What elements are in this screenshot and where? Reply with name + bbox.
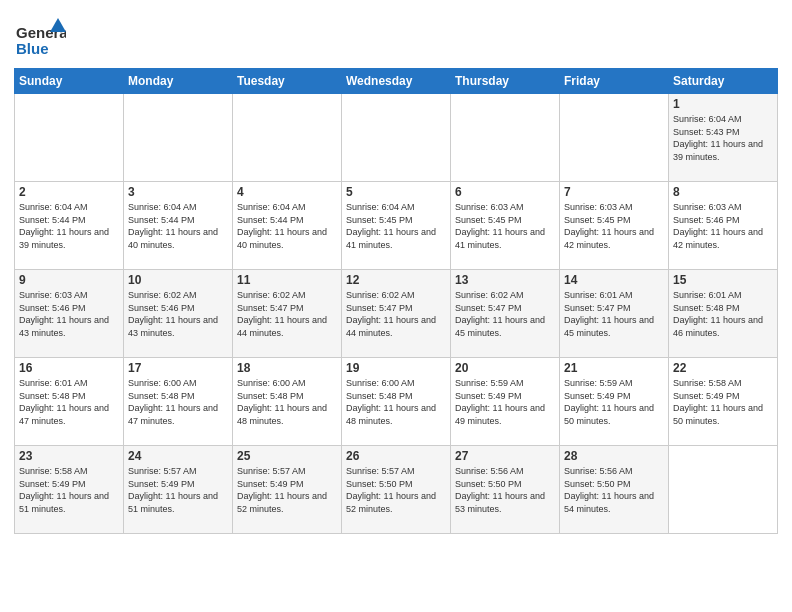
day-info: Sunrise: 5:59 AMSunset: 5:49 PMDaylight:… <box>455 377 555 427</box>
calendar-header-row: SundayMondayTuesdayWednesdayThursdayFrid… <box>15 69 778 94</box>
day-info: Sunrise: 6:03 AMSunset: 5:46 PMDaylight:… <box>673 201 773 251</box>
calendar-day-cell: 18Sunrise: 6:00 AMSunset: 5:48 PMDayligh… <box>233 358 342 446</box>
day-info: Sunrise: 5:59 AMSunset: 5:49 PMDaylight:… <box>564 377 664 427</box>
day-number: 17 <box>128 361 228 375</box>
day-info: Sunrise: 6:04 AMSunset: 5:44 PMDaylight:… <box>19 201 119 251</box>
calendar-week-row: 16Sunrise: 6:01 AMSunset: 5:48 PMDayligh… <box>15 358 778 446</box>
page: General Blue SundayMondayTuesdayWednesda… <box>0 0 792 612</box>
day-number: 3 <box>128 185 228 199</box>
day-number: 5 <box>346 185 446 199</box>
calendar-day-cell: 13Sunrise: 6:02 AMSunset: 5:47 PMDayligh… <box>451 270 560 358</box>
calendar-day-cell <box>669 446 778 534</box>
day-number: 24 <box>128 449 228 463</box>
calendar-day-cell: 6Sunrise: 6:03 AMSunset: 5:45 PMDaylight… <box>451 182 560 270</box>
day-info: Sunrise: 6:03 AMSunset: 5:45 PMDaylight:… <box>564 201 664 251</box>
day-number: 26 <box>346 449 446 463</box>
weekday-header: Friday <box>560 69 669 94</box>
calendar-week-row: 2Sunrise: 6:04 AMSunset: 5:44 PMDaylight… <box>15 182 778 270</box>
day-info: Sunrise: 5:58 AMSunset: 5:49 PMDaylight:… <box>673 377 773 427</box>
calendar-day-cell: 20Sunrise: 5:59 AMSunset: 5:49 PMDayligh… <box>451 358 560 446</box>
day-info: Sunrise: 6:00 AMSunset: 5:48 PMDaylight:… <box>346 377 446 427</box>
day-info: Sunrise: 5:58 AMSunset: 5:49 PMDaylight:… <box>19 465 119 515</box>
weekday-header: Tuesday <box>233 69 342 94</box>
day-info: Sunrise: 6:03 AMSunset: 5:46 PMDaylight:… <box>19 289 119 339</box>
day-info: Sunrise: 6:01 AMSunset: 5:47 PMDaylight:… <box>564 289 664 339</box>
day-info: Sunrise: 6:03 AMSunset: 5:45 PMDaylight:… <box>455 201 555 251</box>
calendar-day-cell: 12Sunrise: 6:02 AMSunset: 5:47 PMDayligh… <box>342 270 451 358</box>
logo: General Blue <box>14 10 66 62</box>
day-info: Sunrise: 5:57 AMSunset: 5:49 PMDaylight:… <box>237 465 337 515</box>
day-info: Sunrise: 6:02 AMSunset: 5:46 PMDaylight:… <box>128 289 228 339</box>
day-info: Sunrise: 5:57 AMSunset: 5:49 PMDaylight:… <box>128 465 228 515</box>
day-info: Sunrise: 6:01 AMSunset: 5:48 PMDaylight:… <box>19 377 119 427</box>
day-number: 27 <box>455 449 555 463</box>
day-number: 1 <box>673 97 773 111</box>
weekday-header: Monday <box>124 69 233 94</box>
calendar-day-cell: 24Sunrise: 5:57 AMSunset: 5:49 PMDayligh… <box>124 446 233 534</box>
calendar-day-cell: 3Sunrise: 6:04 AMSunset: 5:44 PMDaylight… <box>124 182 233 270</box>
day-number: 8 <box>673 185 773 199</box>
day-number: 22 <box>673 361 773 375</box>
calendar-day-cell: 9Sunrise: 6:03 AMSunset: 5:46 PMDaylight… <box>15 270 124 358</box>
calendar-day-cell: 16Sunrise: 6:01 AMSunset: 5:48 PMDayligh… <box>15 358 124 446</box>
calendar-day-cell: 14Sunrise: 6:01 AMSunset: 5:47 PMDayligh… <box>560 270 669 358</box>
day-info: Sunrise: 5:56 AMSunset: 5:50 PMDaylight:… <box>564 465 664 515</box>
calendar-day-cell: 8Sunrise: 6:03 AMSunset: 5:46 PMDaylight… <box>669 182 778 270</box>
day-info: Sunrise: 6:04 AMSunset: 5:44 PMDaylight:… <box>237 201 337 251</box>
day-info: Sunrise: 6:00 AMSunset: 5:48 PMDaylight:… <box>237 377 337 427</box>
header: General Blue <box>14 10 778 62</box>
weekday-header: Thursday <box>451 69 560 94</box>
calendar-day-cell: 15Sunrise: 6:01 AMSunset: 5:48 PMDayligh… <box>669 270 778 358</box>
day-number: 20 <box>455 361 555 375</box>
day-info: Sunrise: 5:57 AMSunset: 5:50 PMDaylight:… <box>346 465 446 515</box>
calendar-day-cell: 26Sunrise: 5:57 AMSunset: 5:50 PMDayligh… <box>342 446 451 534</box>
day-info: Sunrise: 6:02 AMSunset: 5:47 PMDaylight:… <box>237 289 337 339</box>
day-info: Sunrise: 6:02 AMSunset: 5:47 PMDaylight:… <box>346 289 446 339</box>
day-info: Sunrise: 6:00 AMSunset: 5:48 PMDaylight:… <box>128 377 228 427</box>
calendar-day-cell: 10Sunrise: 6:02 AMSunset: 5:46 PMDayligh… <box>124 270 233 358</box>
calendar-day-cell: 23Sunrise: 5:58 AMSunset: 5:49 PMDayligh… <box>15 446 124 534</box>
calendar-day-cell: 22Sunrise: 5:58 AMSunset: 5:49 PMDayligh… <box>669 358 778 446</box>
calendar-day-cell: 4Sunrise: 6:04 AMSunset: 5:44 PMDaylight… <box>233 182 342 270</box>
calendar-day-cell: 21Sunrise: 5:59 AMSunset: 5:49 PMDayligh… <box>560 358 669 446</box>
day-number: 2 <box>19 185 119 199</box>
day-number: 10 <box>128 273 228 287</box>
day-number: 11 <box>237 273 337 287</box>
weekday-header: Saturday <box>669 69 778 94</box>
calendar-day-cell: 25Sunrise: 5:57 AMSunset: 5:49 PMDayligh… <box>233 446 342 534</box>
day-info: Sunrise: 5:56 AMSunset: 5:50 PMDaylight:… <box>455 465 555 515</box>
day-info: Sunrise: 6:01 AMSunset: 5:48 PMDaylight:… <box>673 289 773 339</box>
day-number: 15 <box>673 273 773 287</box>
day-number: 21 <box>564 361 664 375</box>
calendar-day-cell: 2Sunrise: 6:04 AMSunset: 5:44 PMDaylight… <box>15 182 124 270</box>
day-number: 4 <box>237 185 337 199</box>
calendar-day-cell <box>124 94 233 182</box>
day-number: 12 <box>346 273 446 287</box>
day-info: Sunrise: 6:02 AMSunset: 5:47 PMDaylight:… <box>455 289 555 339</box>
svg-text:Blue: Blue <box>16 40 49 57</box>
calendar-day-cell: 5Sunrise: 6:04 AMSunset: 5:45 PMDaylight… <box>342 182 451 270</box>
calendar-day-cell: 1Sunrise: 6:04 AMSunset: 5:43 PMDaylight… <box>669 94 778 182</box>
day-number: 6 <box>455 185 555 199</box>
calendar-day-cell: 28Sunrise: 5:56 AMSunset: 5:50 PMDayligh… <box>560 446 669 534</box>
day-info: Sunrise: 6:04 AMSunset: 5:45 PMDaylight:… <box>346 201 446 251</box>
calendar-week-row: 9Sunrise: 6:03 AMSunset: 5:46 PMDaylight… <box>15 270 778 358</box>
calendar-day-cell <box>451 94 560 182</box>
calendar-day-cell <box>342 94 451 182</box>
weekday-header: Wednesday <box>342 69 451 94</box>
day-number: 9 <box>19 273 119 287</box>
weekday-header: Sunday <box>15 69 124 94</box>
calendar-week-row: 23Sunrise: 5:58 AMSunset: 5:49 PMDayligh… <box>15 446 778 534</box>
day-number: 25 <box>237 449 337 463</box>
day-number: 18 <box>237 361 337 375</box>
calendar-day-cell: 27Sunrise: 5:56 AMSunset: 5:50 PMDayligh… <box>451 446 560 534</box>
day-number: 16 <box>19 361 119 375</box>
calendar-day-cell: 7Sunrise: 6:03 AMSunset: 5:45 PMDaylight… <box>560 182 669 270</box>
day-number: 14 <box>564 273 664 287</box>
calendar-day-cell: 19Sunrise: 6:00 AMSunset: 5:48 PMDayligh… <box>342 358 451 446</box>
calendar-day-cell <box>560 94 669 182</box>
calendar-week-row: 1Sunrise: 6:04 AMSunset: 5:43 PMDaylight… <box>15 94 778 182</box>
calendar-day-cell <box>233 94 342 182</box>
day-info: Sunrise: 6:04 AMSunset: 5:44 PMDaylight:… <box>128 201 228 251</box>
calendar: SundayMondayTuesdayWednesdayThursdayFrid… <box>14 68 778 534</box>
